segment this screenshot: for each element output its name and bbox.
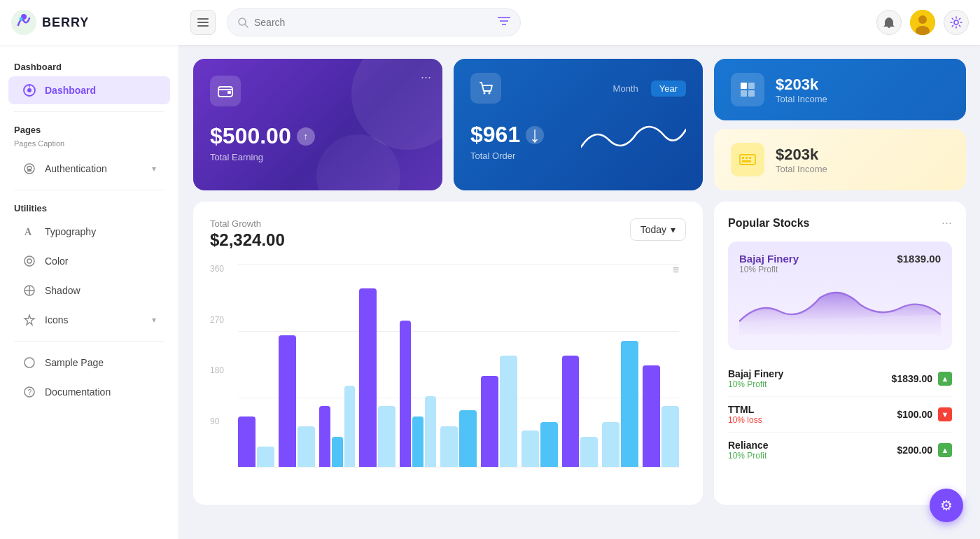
income-yellow-amount: $203k [776, 146, 827, 164]
bar-8b [540, 422, 558, 467]
logo-text: BERRY [42, 15, 89, 30]
order-card-header: Month Year [470, 73, 686, 104]
svg-point-14 [954, 20, 958, 24]
order-card-left: $961 ↓ Total Order [470, 122, 544, 161]
bar-11b [662, 406, 679, 467]
avatar-image [910, 10, 935, 35]
bar-group-8 [522, 264, 558, 467]
bell-icon [883, 16, 895, 29]
svg-line-7 [245, 24, 248, 27]
sidebar-item-authentication[interactable]: Authentication ▾ [8, 155, 170, 183]
color-label: Color [45, 255, 68, 267]
stocks-more-button[interactable]: ··· [941, 216, 952, 230]
stock-reliance-left: Reliance 10% Profit [728, 440, 769, 461]
bar-6b [459, 410, 477, 467]
stock-ttml-name: TTML [728, 404, 762, 415]
featured-stock-mini-chart [739, 280, 941, 336]
sidebar-pages-caption: Pages Caption [0, 138, 178, 153]
hamburger-button[interactable] [190, 10, 216, 35]
hamburger-icon [197, 18, 209, 27]
search-input[interactable] [254, 17, 498, 28]
chart-area: 360 270 180 90 [210, 264, 686, 488]
earning-label: Total Earning [210, 152, 426, 162]
keyboard-icon [739, 151, 756, 168]
year-button[interactable]: Year [651, 80, 686, 97]
auth-icon [22, 162, 36, 176]
chart-amount: $2,324.00 [210, 230, 285, 250]
sidebar-divider-1 [14, 111, 164, 112]
svg-point-16 [27, 88, 31, 92]
bar-10b [621, 341, 638, 467]
sidebar: Dashboard Dashboard Pages Pages Caption [0, 45, 179, 539]
svg-point-12 [918, 15, 927, 24]
bar-9a [562, 356, 580, 468]
earning-card-more-button[interactable]: ··· [421, 70, 431, 85]
content-area: ··· $500.00 ↑ Total Earning [179, 45, 980, 539]
bar-9b [580, 437, 598, 468]
sidebar-item-documentation[interactable]: ? Documentation [8, 378, 170, 406]
sidebar-item-dashboard[interactable]: Dashboard [8, 76, 170, 104]
dashboard-svg [23, 84, 36, 97]
stock-reliance-price: $200.00 [897, 444, 932, 456]
svg-rect-3 [197, 18, 209, 20]
wallet-icon [218, 83, 233, 99]
income-yellow-card: $203k Total Income [714, 129, 966, 190]
stock-bajaj-right: $1839.00 ▲ [892, 372, 952, 386]
y-label-180: 180 [210, 365, 234, 375]
chevron-down-icon: ▾ [671, 224, 676, 235]
documentation-svg: ? [23, 386, 36, 398]
sidebar-item-shadow[interactable]: Shadow [8, 276, 170, 304]
stock-ttml-price: $100.00 [897, 409, 932, 420]
settings-button[interactable] [944, 10, 969, 35]
bar-8a [522, 430, 539, 467]
sidebar-item-sample-page[interactable]: Sample Page [8, 349, 170, 377]
bar-2a [279, 335, 296, 468]
bar-group-10 [602, 264, 638, 467]
documentation-label: Documentation [45, 386, 111, 398]
user-avatar[interactable] [910, 10, 935, 35]
y-label-360: 360 [210, 264, 234, 274]
chart-card: Total Growth $2,324.00 Today ▾ [193, 202, 703, 505]
header: BERRY [0, 0, 980, 45]
sidebar-dashboard-title: Dashboard [0, 56, 178, 75]
bar-group-4 [359, 264, 396, 467]
bar-2b [298, 426, 315, 467]
today-button[interactable]: Today ▾ [630, 218, 686, 241]
grid-line-90 [238, 467, 679, 468]
chart-title: Total Growth [210, 218, 285, 229]
sidebar-item-icons[interactable]: Icons ▾ [8, 306, 170, 334]
order-card-icon [470, 73, 501, 104]
stock-list-item-ttml: TTML 10% loss $100.00 ▼ [728, 397, 952, 433]
bar-1b [257, 447, 274, 467]
fab-button[interactable]: ⚙ [930, 489, 963, 522]
svg-point-2 [20, 18, 23, 21]
sidebar-pages-title: Pages [0, 119, 178, 138]
bar-3a [319, 406, 330, 467]
bar-group-3 [319, 264, 356, 467]
settings-icon [950, 16, 962, 29]
svg-point-31 [484, 92, 486, 94]
sidebar-item-color[interactable]: Color [8, 247, 170, 275]
stock-bajaj-name: Bajaj Finery [728, 368, 783, 379]
notifications-button[interactable] [876, 10, 902, 35]
icons-icon [22, 313, 36, 327]
sidebar-item-typography[interactable]: A Typography [8, 218, 170, 246]
month-button[interactable]: Month [605, 80, 647, 97]
search-filter-button[interactable] [498, 16, 510, 29]
income-yellow-text: $203k Total Income [776, 146, 827, 174]
bar-6a [440, 426, 458, 467]
chart-menu-icon[interactable]: ≡ [673, 264, 679, 276]
auth-label: Authentication [45, 163, 107, 174]
income-blue-amount: $203k [776, 76, 827, 94]
stock-bajaj-trend-up-icon: ▲ [938, 372, 952, 386]
order-trend-down-icon: ↓ [526, 126, 544, 144]
svg-rect-5 [197, 25, 209, 27]
auth-svg [23, 162, 36, 175]
chart-title-area: Total Growth $2,324.00 [210, 218, 285, 250]
sidebar-divider-3 [14, 341, 164, 342]
sidebar-divider-2 [14, 190, 164, 190]
bar-3c [344, 386, 356, 467]
color-icon [22, 254, 36, 268]
search-icon [237, 17, 248, 28]
shadow-svg [23, 284, 36, 297]
